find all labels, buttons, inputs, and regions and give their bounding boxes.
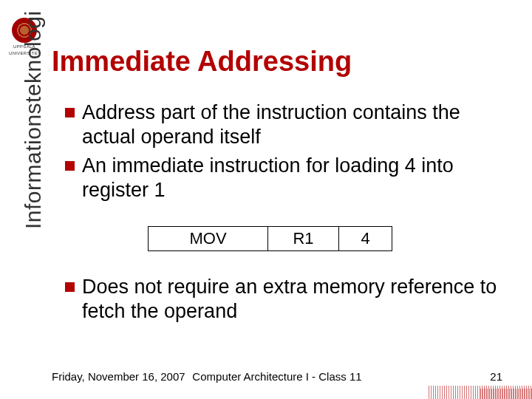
footer-date: Friday, November 16, 2007 — [52, 370, 185, 383]
square-bullet-icon — [65, 108, 75, 117]
instruction-diagram: MOV R1 4 — [148, 226, 392, 251]
bullet-text: Address part of the instruction contains… — [82, 100, 516, 149]
instruction-immediate: 4 — [339, 227, 392, 251]
slide-title: Immediate Addressing — [52, 46, 352, 78]
instruction-register: R1 — [268, 227, 339, 251]
corner-decoration-icon — [429, 386, 532, 399]
bullet-group-top: Address part of the instruction contains… — [65, 100, 516, 207]
bullet-item: Does not require an extra memory referen… — [65, 275, 516, 324]
bullet-text: An immediate instruction for loading 4 i… — [82, 154, 516, 202]
footer-course: Computer Architecture I - Class 11 — [192, 370, 361, 383]
square-bullet-icon — [65, 161, 75, 171]
slide: UPPSALA UNIVERSITET Immediate Addressing… — [0, 0, 532, 399]
footer: Friday, November 16, 2007 Computer Archi… — [52, 370, 502, 383]
square-bullet-icon — [65, 282, 75, 292]
footer-page: 21 — [490, 370, 502, 383]
bullet-item: An immediate instruction for loading 4 i… — [65, 154, 516, 202]
bullet-text: Does not require an extra memory referen… — [82, 275, 516, 324]
sidebar-label: Informationsteknologi — [21, 10, 46, 229]
bullet-group-bottom: Does not require an extra memory referen… — [65, 275, 516, 328]
instruction-opcode: MOV — [149, 227, 268, 251]
bullet-item: Address part of the instruction contains… — [65, 100, 516, 149]
